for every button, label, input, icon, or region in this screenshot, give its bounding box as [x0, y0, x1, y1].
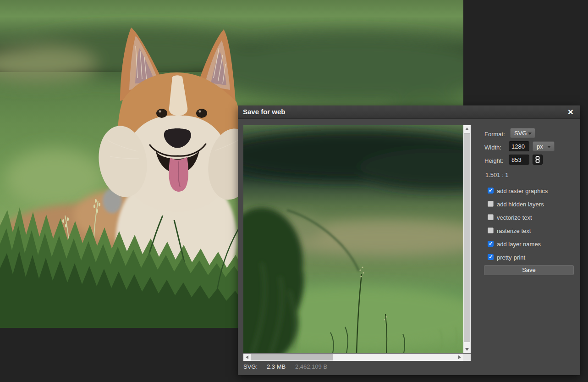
checkbox[interactable]	[488, 254, 494, 260]
checkbox[interactable]	[488, 241, 494, 247]
vertical-scrollbar-thumb[interactable]	[464, 133, 470, 342]
width-input[interactable]	[509, 141, 529, 151]
status-size-mb: 2.3 MB	[267, 363, 286, 370]
checkbox[interactable]	[488, 227, 494, 233]
height-label: Height:	[484, 157, 503, 164]
checkbox[interactable]	[488, 214, 494, 220]
width-label: Width:	[484, 144, 501, 151]
checkbox[interactable]	[488, 188, 494, 194]
app-window: Save for web ✕	[0, 0, 588, 382]
format-dropdown[interactable]: SVG	[510, 128, 535, 138]
status-format-label: SVG:	[243, 363, 258, 370]
link-dimensions-button[interactable]	[533, 155, 543, 165]
aspect-ratio-text: 1.501 : 1	[485, 172, 509, 178]
save-for-web-dialog: Save for web ✕	[238, 105, 580, 375]
dialog-titlebar[interactable]: Save for web ✕	[238, 105, 580, 119]
scroll-left-icon[interactable]	[246, 355, 248, 359]
unit-dropdown[interactable]: px	[533, 141, 555, 151]
format-label: Format:	[484, 131, 505, 138]
chain-link-icon	[533, 155, 542, 164]
scroll-down-icon[interactable]	[465, 348, 469, 351]
chevron-down-icon	[528, 133, 532, 135]
scroll-right-icon[interactable]	[458, 355, 461, 359]
status-size-bytes: 2,462,109 B	[295, 363, 327, 370]
preview-horizontal-scrollbar[interactable]	[243, 354, 463, 361]
height-input[interactable]	[509, 155, 529, 165]
save-button[interactable]: Save	[484, 265, 574, 275]
export-preview[interactable]	[243, 125, 463, 353]
format-value: SVG	[514, 130, 527, 137]
unit-value: px	[537, 143, 543, 150]
checkbox[interactable]	[488, 201, 494, 207]
preview-vertical-scrollbar[interactable]	[463, 125, 471, 353]
chevron-down-icon	[547, 146, 551, 148]
scroll-up-icon[interactable]	[465, 127, 469, 130]
horizontal-scrollbar-thumb[interactable]	[251, 354, 333, 360]
dialog-title: Save for web	[243, 105, 286, 118]
scrollbar-corner	[463, 354, 471, 361]
export-preview-art	[243, 125, 463, 353]
close-icon[interactable]: ✕	[566, 107, 576, 117]
